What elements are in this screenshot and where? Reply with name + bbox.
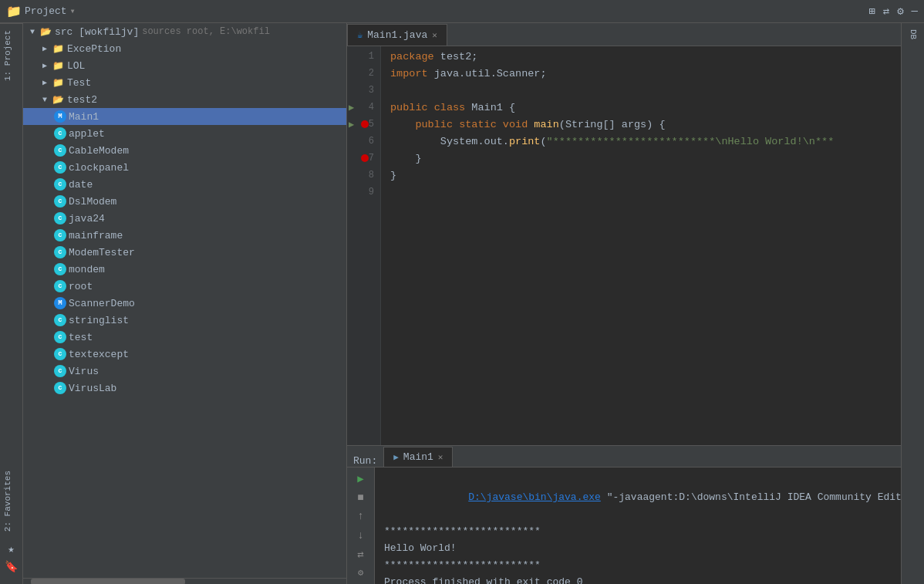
run-controls: ▶ ■ ↑ ↓ ⇄ ⚙	[347, 468, 375, 584]
stop-button[interactable]: ■	[353, 491, 369, 504]
java-icon: c	[54, 331, 66, 343]
tree-item-textexcept[interactable]: c textexcept	[23, 346, 346, 363]
tree-item-clockpanel[interactable]: c clockpanel	[23, 159, 346, 176]
folder-icon: 📂	[51, 93, 65, 106]
tree-item-stringlist[interactable]: c stringlist	[23, 312, 346, 329]
clockpanel-label: clockpanel	[69, 162, 129, 174]
sidebar-item-favorites[interactable]: 2: Favorites	[0, 464, 22, 538]
gear-icon[interactable]: ⚙	[897, 5, 903, 18]
tree-item-java24[interactable]: c java24	[23, 210, 346, 227]
code-line-1: package test2;	[390, 48, 901, 65]
db-icon[interactable]: DB	[909, 29, 918, 39]
tab-close-button[interactable]: ✕	[432, 30, 437, 40]
minimize-icon[interactable]: —	[912, 5, 918, 18]
arrows-icon[interactable]: ⇄	[883, 5, 889, 18]
code-line-6: System.out.print("**********************…	[390, 133, 901, 150]
tree-item-test2[interactable]: ▼ 📂 test2	[23, 91, 346, 108]
tree-item-mondem[interactable]: c mondem	[23, 261, 346, 278]
project-tree-scrollbar[interactable]	[23, 578, 346, 584]
output-line-1: **************************	[384, 523, 892, 540]
line-number-2: 2	[347, 65, 380, 82]
tree-item-test-folder[interactable]: ▶ 📁 Test	[23, 74, 346, 91]
java-icon: c	[54, 212, 66, 224]
cmd-line: D:\javase\bin\java.exe "-javaagent:D:\do…	[384, 472, 892, 523]
tree-item-virus[interactable]: c Virus	[23, 363, 346, 380]
star-icon[interactable]: ★	[8, 542, 14, 555]
java-icon: c	[54, 263, 66, 275]
tree-item-modemtester[interactable]: c ModemTester	[23, 244, 346, 261]
project-title: Project	[25, 5, 67, 17]
mondem-label: mondem	[69, 264, 105, 275]
tree-item-cablemodem[interactable]: c CableModem	[23, 142, 346, 159]
line-number-6: 6	[347, 133, 380, 150]
java-main-icon: M	[54, 297, 66, 309]
editor-area: ☕ Main1.java ✕ 1 2	[347, 23, 901, 584]
output-line-3: **************************	[384, 557, 892, 574]
breakpoint-5[interactable]	[361, 120, 369, 128]
reload-button[interactable]: ⇄	[353, 548, 369, 561]
cmd-args: "-javaagent:D:\downs\IntelliJ IDEA Commu…	[601, 491, 901, 503]
code-line-4: public class Main1 {	[390, 99, 901, 116]
run-settings-button[interactable]: ⚙	[353, 567, 369, 579]
java-icon: c	[54, 348, 66, 360]
line-number-9: 9	[347, 184, 380, 201]
dslmodem-label: DslModem	[69, 196, 116, 208]
run-tab-close[interactable]: ✕	[438, 452, 443, 462]
scroll-down-button[interactable]: ↓	[353, 529, 369, 542]
src-meta: sources root, E:\wokfil	[142, 26, 270, 37]
folder-icon: 📁	[51, 76, 65, 89]
top-bar-icons: ⊞ ⇄ ⚙ —	[868, 5, 918, 18]
left-sidebar: 1: Project 2: Favorites ★ 🔖	[0, 23, 23, 584]
java-exe-link[interactable]: D:\javase\bin\java.exe	[468, 491, 601, 503]
tree-item-lol[interactable]: ▶ 📁 LOL	[23, 57, 346, 74]
java-file-icon: ☕	[357, 29, 363, 41]
line-number-gutter: 1 2 3 ▶ 4	[347, 46, 381, 445]
tree-item-mainframe[interactable]: c mainframe	[23, 227, 346, 244]
tree-item-date[interactable]: c date	[23, 176, 346, 193]
output-line-2: Hello World!	[384, 540, 892, 557]
sidebar-item-project[interactable]: 1: Project	[0, 23, 22, 87]
tree-item-test-file[interactable]: c test	[23, 329, 346, 346]
play-button[interactable]: ▶	[353, 472, 369, 485]
tree-item-main1[interactable]: M Main1	[23, 108, 346, 125]
tree-root[interactable]: ▼ 📂 src [wokfiljv] sources root, E:\wokf…	[23, 23, 346, 40]
right-sidebar: DB	[901, 23, 924, 584]
breakpoint-7[interactable]	[361, 154, 369, 162]
exception-label: ExcePtion	[67, 43, 121, 55]
src-label: src [wokfiljv]	[55, 26, 139, 38]
run-output[interactable]: D:\javase\bin\java.exe "-javaagent:D:\do…	[375, 468, 901, 584]
grid-icon[interactable]: ⊞	[868, 5, 875, 18]
expand-arrow: ▼	[26, 28, 39, 36]
line-number-4: ▶ 4	[347, 99, 380, 116]
output-line-4: Process finished with exit code 0	[384, 574, 892, 584]
code-line-3	[390, 82, 901, 99]
run-tab-main1[interactable]: ▶ Main1 ✕	[383, 447, 453, 467]
tree-item-scannerdemo[interactable]: M ScannerDemo	[23, 295, 346, 312]
src-folder-icon: 📂	[39, 25, 52, 39]
tab-main1[interactable]: ☕ Main1.java ✕	[347, 24, 447, 46]
code-content[interactable]: package test2; import java.util.Scanner;…	[381, 46, 901, 445]
java-icon: c	[54, 382, 66, 394]
tree-item-applet[interactable]: c applet	[23, 125, 346, 142]
stringlist-label: stringlist	[69, 315, 129, 326]
run-tab-label: Main1	[403, 451, 433, 463]
scroll-up-button[interactable]: ↑	[353, 510, 369, 522]
test2-label: test2	[67, 94, 97, 106]
expand-arrow: ▶	[39, 78, 51, 87]
bookmark-icon[interactable]: 🔖	[5, 560, 18, 573]
expand-arrow: ▶	[39, 44, 51, 53]
tree-item-exception[interactable]: ▶ 📁 ExcePtion	[23, 40, 346, 57]
tree-item-root-file[interactable]: c root	[23, 278, 346, 295]
project-panel: ▼ 📂 src [wokfiljv] sources root, E:\wokf…	[23, 23, 347, 584]
tree-item-viruslab[interactable]: c VirusLab	[23, 380, 346, 397]
main1-label: Main1	[69, 111, 99, 123]
root-label: root	[69, 281, 93, 292]
java-icon: c	[54, 178, 66, 191]
tree-item-dslmodem[interactable]: c DslModem	[23, 193, 346, 210]
expand-arrow: ▼	[39, 96, 51, 104]
scannerdemo-label: ScannerDemo	[69, 298, 135, 309]
java-icon: c	[54, 246, 66, 258]
virus-label: Virus	[69, 366, 99, 377]
line-number-8: 8	[347, 167, 380, 184]
project-tree: ▼ 📂 src [wokfiljv] sources root, E:\wokf…	[23, 23, 346, 578]
